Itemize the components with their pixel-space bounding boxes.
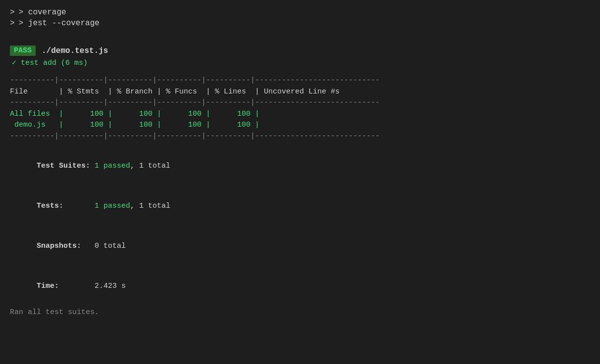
suites-label: Test Suites:	[37, 162, 95, 170]
summary-section: Test Suites: 1 passed, 1 total Tests: 1 …	[10, 146, 590, 306]
prompt-text-2: > jest --coverage	[19, 19, 100, 28]
divider-2: ----------|----------|----------|-------…	[10, 97, 590, 109]
test-result-line: ✓ test add (6 ms)	[10, 58, 590, 67]
summary-suites-line: Test Suites: 1 passed, 1 total	[10, 146, 590, 186]
blank-line-1	[10, 30, 590, 40]
time-label: Time:	[37, 282, 95, 290]
all-files-row: All files | 100 | 100 | 100 | 100 |	[10, 109, 590, 120]
prompt-arrow-2: >	[10, 19, 15, 28]
divider-1: ----------|----------|----------|-------…	[10, 75, 590, 87]
snapshots-value: 0 total	[95, 242, 126, 250]
tests-label: Tests:	[37, 202, 95, 210]
table-header: File | % Stmts | % Branch | % Funcs | % …	[10, 87, 590, 98]
prompt-text-1: > coverage	[19, 8, 66, 17]
pass-badge: PASS	[10, 46, 36, 56]
summary-time-line: Time: 2.423 s	[10, 266, 590, 306]
time-value: 2.423 s	[95, 282, 126, 290]
pass-file: ./demo.test.js	[42, 46, 108, 55]
demo-row: demo.js | 100 | 100 | 100 | 100 |	[10, 120, 590, 131]
terminal: > > coverage > > jest --coverage PASS ./…	[10, 8, 590, 356]
suites-value-green: 1 passed	[95, 162, 130, 170]
tests-value-green: 1 passed	[95, 202, 130, 210]
suites-value-rest: , 1 total	[130, 162, 170, 170]
pass-line: PASS ./demo.test.js	[10, 46, 590, 56]
prompt-line-2: > > jest --coverage	[10, 19, 590, 28]
snapshots-label: Snapshots:	[37, 242, 95, 250]
summary-tests-line: Tests: 1 passed, 1 total	[10, 186, 590, 226]
divider-3: ----------|----------|----------|-------…	[10, 131, 590, 142]
prompt-arrow-1: >	[10, 8, 15, 17]
tests-value-rest: , 1 total	[130, 202, 170, 210]
prompt-line-1: > > coverage	[10, 8, 590, 17]
summary-snapshots-line: Snapshots: 0 total	[10, 226, 590, 266]
footer-line: Ran all test suites.	[10, 308, 590, 317]
